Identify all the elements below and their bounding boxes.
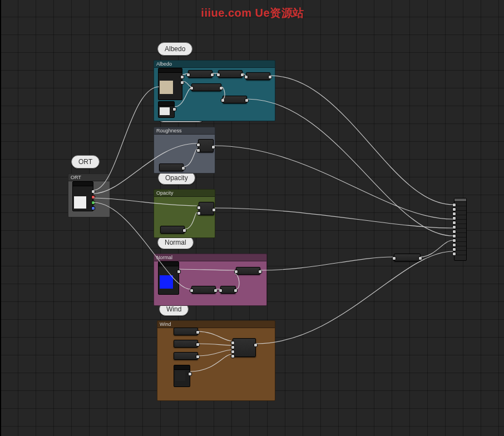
group-opacity-title: Opacity	[154, 190, 215, 197]
node-graph-canvas[interactable]: iiiue.com Ue资源站 ORT Albedo Roughness Opa…	[0, 0, 504, 436]
opacity-out-node[interactable]	[199, 202, 214, 215]
albedo-node-b[interactable]	[191, 83, 221, 91]
roughness-out-node[interactable]	[198, 139, 214, 152]
pre-result-node[interactable]	[394, 254, 421, 261]
albedo-white-node[interactable]	[158, 101, 175, 118]
material-result-node[interactable]	[454, 198, 467, 261]
wind-param-b[interactable]	[174, 340, 198, 348]
normal-texture-node[interactable]	[158, 261, 179, 295]
group-albedo-title: Albedo	[154, 61, 275, 68]
label-ort: ORT	[71, 155, 100, 169]
normal-mid-node[interactable]	[191, 286, 216, 294]
group-roughness-title: Roughness	[154, 127, 215, 135]
albedo-texture-node[interactable]	[158, 68, 182, 100]
albedo-node-a[interactable]	[188, 70, 213, 78]
normal-small-node[interactable]	[220, 286, 236, 294]
group-normal-title: Normal	[154, 254, 266, 261]
group-ort-title: ORT	[68, 174, 110, 181]
albedo-node-d[interactable]	[223, 96, 247, 103]
label-albedo: Albedo	[157, 42, 192, 56]
wind-param-a[interactable]	[174, 328, 198, 335]
wind-param-c[interactable]	[174, 352, 198, 360]
albedo-node-e[interactable]	[246, 72, 270, 80]
wind-tex-node[interactable]	[174, 365, 190, 387]
opacity-param-node[interactable]	[160, 226, 185, 234]
ort-texture-node[interactable]	[72, 181, 93, 211]
wind-out-node[interactable]	[233, 338, 256, 357]
roughness-param-node[interactable]	[159, 164, 184, 171]
albedo-node-c[interactable]	[218, 70, 243, 78]
watermark-text: iiiue.com Ue资源站	[201, 6, 304, 21]
normal-out-node[interactable]	[236, 267, 260, 275]
